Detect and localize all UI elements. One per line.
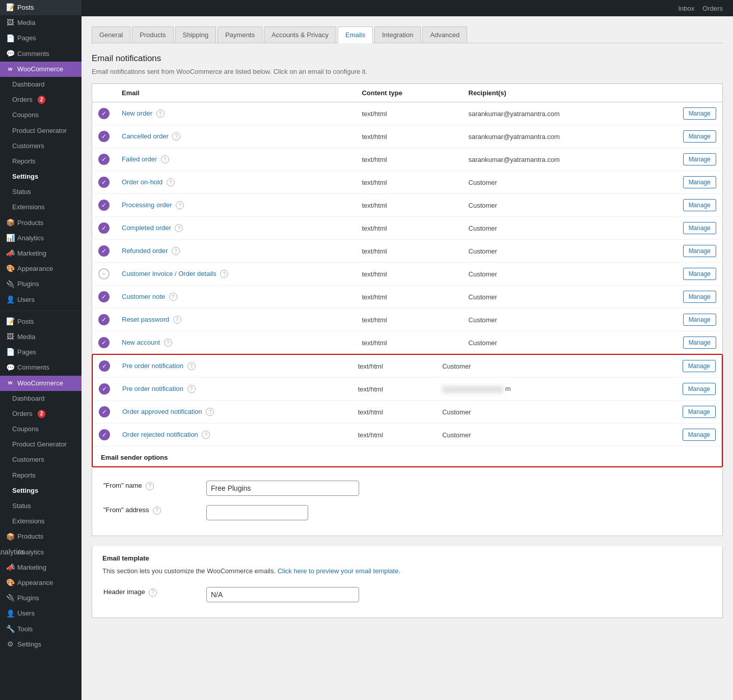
manage-button[interactable]: Manage — [683, 291, 716, 303]
manage-button[interactable]: Manage — [683, 268, 716, 280]
manage-button[interactable]: Manage — [683, 153, 716, 165]
sidebar-item-comments2[interactable]: 💬 Comments — [0, 360, 82, 375]
manage-button[interactable]: Manage — [683, 383, 716, 395]
sidebar-item-reports-1[interactable]: Reports — [0, 154, 82, 169]
manage-button[interactable]: Manage — [683, 429, 716, 441]
tab-shipping[interactable]: Shipping — [175, 26, 216, 43]
sidebar-item-customers-1[interactable]: Customers — [0, 138, 82, 154]
email-row-link[interactable]: Customer invoice / Order details — [122, 270, 216, 277]
enabled-check-icon[interactable]: ✓ — [98, 314, 110, 325]
manage-button[interactable]: Manage — [683, 245, 716, 257]
sidebar-item-reports-2[interactable]: Reports — [0, 468, 82, 483]
enabled-check-icon[interactable]: ✓ — [98, 245, 110, 257]
enabled-check-icon[interactable]: ✓ — [99, 383, 110, 395]
header-image-help-icon[interactable]: ? — [149, 589, 157, 597]
enabled-check-icon[interactable]: ✓ — [98, 291, 110, 302]
sidebar-item-status-1[interactable]: Status — [0, 184, 82, 200]
sidebar-item-extensions-1[interactable]: Extensions — [0, 200, 82, 215]
email-row-link[interactable]: Order rejected notification — [122, 431, 198, 438]
row-help-icon[interactable]: ? — [156, 109, 165, 118]
sidebar-item-tools[interactable]: 🔧 Tools — [0, 622, 82, 637]
sidebar-item-coupons-1[interactable]: Coupons — [0, 107, 82, 123]
email-row-link[interactable]: Pre order notification — [122, 385, 183, 393]
manage-button[interactable]: Manage — [683, 406, 716, 418]
from-address-input[interactable] — [206, 505, 308, 520]
email-row-link[interactable]: Completed order — [122, 224, 171, 232]
sidebar-item-marketing-1[interactable]: 📣 Marketing — [0, 246, 82, 261]
sidebar-item-woocommerce-2[interactable]: W WooCommerce — [0, 376, 82, 391]
row-help-icon[interactable]: ? — [175, 224, 183, 232]
row-help-icon[interactable]: ? — [187, 385, 196, 393]
row-help-icon[interactable]: ? — [164, 339, 172, 347]
sidebar-item-settings-2[interactable]: Settings — [0, 483, 82, 498]
preview-template-link[interactable]: Click here to preview your email templat… — [278, 567, 399, 575]
topbar-orders[interactable]: Orders — [702, 5, 723, 12]
sidebar-item-analytics-2[interactable]: Analytics Analytics — [0, 545, 82, 560]
row-help-icon[interactable]: ? — [202, 431, 210, 439]
sidebar-item-appearance-2[interactable]: 🎨 Appearance — [0, 575, 82, 591]
sidebar-item-settings-bottom[interactable]: ⚙ Settings — [0, 637, 82, 652]
disabled-circle-icon[interactable]: + — [98, 268, 110, 279]
row-help-icon[interactable]: ? — [172, 132, 180, 141]
sidebar-item-posts2[interactable]: 📝 Posts — [0, 314, 82, 329]
sidebar-item-dashboard-2[interactable]: Dashboard — [0, 391, 82, 406]
sidebar-item-plugins-2[interactable]: 🔌 Plugins — [0, 591, 82, 606]
sidebar-item-marketing-2[interactable]: 📣 Marketing — [0, 560, 82, 575]
from-name-input[interactable] — [206, 481, 359, 496]
enabled-check-icon[interactable]: ✓ — [98, 200, 110, 211]
manage-button[interactable]: Manage — [683, 222, 716, 234]
email-row-link[interactable]: Order approved notification — [122, 408, 202, 415]
email-row-link[interactable]: Failed order — [122, 155, 157, 163]
email-row-link[interactable]: Reset password — [122, 316, 169, 323]
sidebar-item-products-2[interactable]: 📦 Products — [0, 529, 82, 544]
enabled-check-icon[interactable]: ✓ — [99, 429, 110, 440]
header-image-input[interactable] — [206, 587, 359, 602]
email-row-link[interactable]: Cancelled order — [122, 132, 169, 140]
sidebar-item-coupons-2[interactable]: Coupons — [0, 422, 82, 437]
tab-products[interactable]: Products — [132, 26, 173, 43]
enabled-check-icon[interactable]: ✓ — [98, 131, 110, 142]
row-help-icon[interactable]: ? — [206, 408, 214, 416]
enabled-check-icon[interactable]: ✓ — [98, 222, 110, 234]
enabled-check-icon[interactable]: ✓ — [98, 177, 110, 188]
sidebar-item-orders-2[interactable]: Orders 2 — [0, 406, 82, 422]
enabled-check-icon[interactable]: ✓ — [98, 154, 110, 165]
sidebar-item-comments[interactable]: 💬 Comments — [0, 46, 82, 62]
manage-button[interactable]: Manage — [683, 130, 716, 143]
manage-button[interactable]: Manage — [683, 337, 716, 349]
sidebar-item-woocommerce-1[interactable]: W WooCommerce — [0, 62, 82, 77]
sidebar-item-product-gen-1[interactable]: Product Generator — [0, 123, 82, 138]
manage-button[interactable]: Manage — [683, 107, 716, 120]
tab-advanced[interactable]: Advanced — [422, 26, 467, 43]
topbar-inbox[interactable]: Inbox — [678, 5, 694, 12]
email-row-link[interactable]: Customer note — [122, 293, 165, 300]
row-help-icon[interactable]: ? — [167, 178, 175, 186]
manage-button[interactable]: Manage — [683, 314, 716, 326]
sidebar-item-media2[interactable]: 🖼 Media — [0, 329, 82, 345]
sidebar-item-media[interactable]: 🖼 Media — [0, 15, 82, 31]
sidebar-item-analytics-1[interactable]: 📊 Analytics — [0, 231, 82, 246]
email-row-link[interactable]: Order on-hold — [122, 178, 162, 186]
sidebar-item-orders-1[interactable]: Orders 2 — [0, 92, 82, 107]
email-row-link[interactable]: Processing order — [122, 201, 172, 209]
email-row-link[interactable]: Pre order notification — [122, 362, 183, 370]
from-address-help-icon[interactable]: ? — [153, 507, 161, 515]
tab-accounts[interactable]: Accounts & Privacy — [264, 26, 336, 43]
enabled-check-icon[interactable]: ✓ — [98, 108, 110, 119]
sidebar-item-extensions-2[interactable]: Extensions — [0, 514, 82, 529]
sidebar-item-users-1[interactable]: 👤 Users — [0, 292, 82, 307]
from-name-help-icon[interactable]: ? — [146, 482, 154, 490]
sidebar-item-users-2[interactable]: 👤 Users — [0, 606, 82, 621]
sidebar-item-posts[interactable]: 📝 Posts — [0, 0, 82, 15]
manage-button[interactable]: Manage — [683, 199, 716, 211]
sidebar-item-pages[interactable]: 📄 Pages — [0, 31, 82, 46]
tab-payments[interactable]: Payments — [218, 26, 262, 43]
sidebar-item-status-2[interactable]: Status — [0, 498, 82, 514]
tab-integration[interactable]: Integration — [374, 26, 421, 43]
sidebar-item-plugins-1[interactable]: 🔌 Plugins — [0, 276, 82, 292]
sidebar-item-settings-1[interactable]: Settings — [0, 169, 82, 184]
sidebar-item-appearance-1[interactable]: 🎨 Appearance — [0, 261, 82, 276]
sidebar-item-product-gen-2[interactable]: Product Generator — [0, 437, 82, 452]
tab-emails[interactable]: Emails — [338, 26, 373, 43]
row-help-icon[interactable]: ? — [220, 270, 228, 278]
